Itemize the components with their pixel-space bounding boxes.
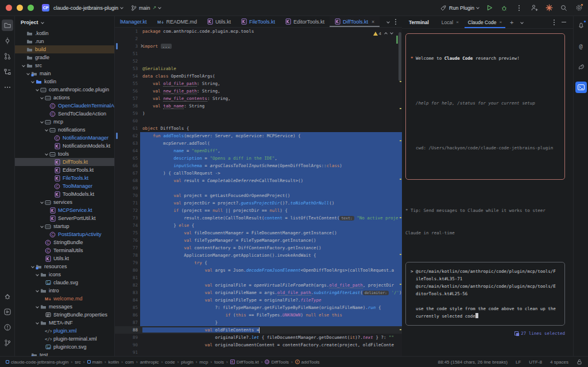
commit-icon[interactable] [2, 35, 13, 47]
tree-item-intro[interactable]: intro [15, 287, 114, 295]
pull-requests-icon[interactable] [2, 51, 13, 62]
code-line-75[interactable]: 75 val fileDocumentManager = FileDocumen… [115, 229, 402, 237]
tab-options-icon[interactable] [395, 21, 396, 22]
tree-item-services[interactable]: services [15, 198, 114, 206]
breadcrumb-item[interactable]: mcp [199, 360, 208, 365]
tree-item-toolmanager[interactable]: CToolManager [15, 182, 114, 190]
tree-item-resources[interactable]: resources [15, 262, 114, 271]
terminal-tab-claude-code[interactable]: Claude Code× [463, 16, 506, 28]
tree-item-test[interactable]: test [15, 351, 114, 356]
project-switcher[interactable]: claude-code-jetbrains-plugin [53, 5, 123, 11]
tree-item-stringbundle[interactable]: CStringBundle [15, 238, 114, 246]
code-line-83[interactable]: 83 val originalFileName = args.old_file_… [115, 289, 402, 296]
zoom-window-button[interactable] [28, 5, 34, 11]
expand-chevron-icon[interactable] [45, 152, 48, 156]
code-line-67[interactable]: 67 ) { callToolRequest -> [115, 169, 402, 177]
tree-item-welcome-md[interactable]: Mwelcome.md [15, 295, 114, 303]
code-line-70[interactable]: 70 val project = getLastFocusedOrOpenedP… [115, 192, 402, 199]
notifications-bell-icon[interactable] [575, 20, 587, 31]
expand-chevron-icon[interactable] [36, 305, 39, 308]
close-tab-icon[interactable]: × [456, 20, 459, 25]
code-line-55[interactable]: 55 val old_file_path: String, [115, 80, 402, 87]
code-line-52[interactable]: 52 [115, 57, 402, 65]
run-button[interactable] [485, 3, 494, 13]
expand-chevron-icon[interactable] [31, 80, 34, 83]
tree-item--run[interactable]: .run [15, 37, 114, 45]
services-icon[interactable] [2, 306, 13, 318]
close-tab-icon[interactable]: × [372, 19, 374, 25]
code-line-3[interactable]: 3import ... [115, 43, 402, 50]
code-line-82[interactable]: 82 val originalFile = openVirtualFileFro… [115, 281, 402, 289]
expand-chevron-icon[interactable] [40, 120, 44, 123]
problems-icon[interactable] [2, 322, 13, 333]
tree-item-openclaudeinterminalaction[interactable]: COpenClaudeInTerminalAction [15, 102, 114, 110]
tree-item-filetools-kt[interactable]: FileTools.kt [15, 174, 114, 182]
next-problem-icon[interactable] [390, 31, 393, 34]
gradle-icon[interactable] [575, 61, 587, 72]
tree-item-terminalutils[interactable]: CTerminalUtils [15, 246, 114, 254]
tree-item-sendtoclaudeaction[interactable]: CSendToClaudeAction [15, 110, 114, 118]
editor-tab-filetools-kt[interactable]: FileTools.kt [236, 16, 280, 27]
expand-chevron-icon[interactable] [45, 128, 48, 132]
breadcrumb-item[interactable]: tools [214, 360, 224, 365]
debug-icon[interactable] [2, 291, 13, 302]
code-line-68[interactable]: 68 val result = CompletableDeferred<Call… [115, 177, 402, 184]
expand-chevron-icon[interactable] [36, 88, 39, 91]
tree-item--kotlin[interactable]: .kotlin [15, 29, 114, 37]
tree-item-gradle[interactable]: gradle [15, 53, 114, 61]
code-line-53[interactable]: 53@Serializable [115, 65, 402, 72]
tree-item-toolmodels-kt[interactable]: ToolModels.kt [15, 190, 114, 198]
code-line-88[interactable]: 88 val oldFileContents = [115, 326, 402, 334]
inspections-widget[interactable]: 4 [373, 30, 393, 37]
claude-button[interactable] [544, 3, 554, 13]
tree-item-actions[interactable]: actions [15, 94, 114, 102]
editor-tab-difftools-kt[interactable]: DiffTools.kt× [330, 16, 380, 27]
code-line-90[interactable]: 90 val originalDocumentContent = content… [115, 341, 402, 349]
indent-style[interactable]: 4 spaces [550, 360, 568, 365]
code-line-72[interactable]: 72 if (project == null || projectDir == … [115, 207, 402, 214]
code-line-65[interactable]: 65 description = "Opens a diff in the ID… [115, 154, 402, 162]
code-line-71[interactable]: 71 val projectDir = project?.guessProjec… [115, 199, 402, 207]
tree-item-serverportutil-kt[interactable]: ServerPortUtil.kt [15, 214, 114, 222]
code-line-54[interactable]: 54data class OpenDiffToolArgs( [115, 72, 402, 80]
tree-item-kotlin[interactable]: kotlin [15, 78, 114, 86]
breadcrumb-item[interactable]: ODiffTools [265, 360, 289, 365]
code-line-1[interactable]: 1package com.anthropic.code.plugin.mcp.t… [115, 28, 402, 35]
tree-item-notificationmodels-kt[interactable]: NotificationModels.kt [15, 142, 114, 150]
code-line-84[interactable]: 84 val originalFileType = originalFile?.… [115, 296, 402, 304]
terminal-tab-dropdown[interactable] [517, 16, 527, 28]
code-line-86[interactable]: 86 if (this == FileTypes.UNKNOWN) null e… [115, 311, 402, 319]
file-encoding[interactable]: UTF-8 [529, 360, 542, 365]
code-line-63[interactable]: 63 mcpServer.addTool( [115, 140, 402, 147]
git-branch-icon[interactable] [2, 337, 13, 349]
tree-item-plugin-xml[interactable]: </>plugin.xml [15, 327, 114, 335]
tree-item-tools[interactable]: tools [15, 150, 114, 158]
code-line-56[interactable]: 56 val new_file_path: String, [115, 87, 402, 95]
breadcrumb-item[interactable]: com [125, 360, 134, 365]
expand-chevron-icon[interactable] [36, 321, 39, 324]
tree-item-main[interactable]: main [15, 69, 114, 78]
debug-button[interactable] [500, 3, 509, 13]
hidden-tabs-chevron-icon[interactable] [386, 20, 390, 24]
tree-item-stringbundle-properties[interactable]: StringBundle.properties [15, 311, 114, 319]
tree-item-plugin-terminal-xml[interactable]: </>plugin-terminal.xml [15, 335, 114, 343]
tree-item-utils-kt[interactable]: Utils.kt [15, 254, 114, 262]
code-line-2[interactable]: 2 [115, 35, 402, 43]
tree-item-pluginicon-svg[interactable]: pluginIcon.svg [15, 343, 114, 351]
code-line-60[interactable]: 60 [115, 117, 402, 125]
code-line-62[interactable]: 62 fun addTools(mcpServer: Server, mcpSe… [115, 132, 402, 140]
search-everywhere-button[interactable] [559, 3, 568, 13]
code-line-59[interactable]: 59) [115, 110, 402, 117]
terminal-tab-local[interactable]: Local× [437, 16, 463, 28]
expand-chevron-icon[interactable] [22, 64, 25, 67]
code-line-58[interactable]: 58 val tab_name: String [115, 102, 402, 110]
breadcrumb-item[interactable]: plugin [181, 360, 193, 365]
tree-item-notifications[interactable]: notifications [15, 126, 114, 134]
code-line-51[interactable]: 51 [115, 50, 402, 57]
prev-problem-icon[interactable] [384, 32, 388, 36]
expand-chevron-icon[interactable] [31, 265, 34, 268]
code-line-66[interactable]: 66 inputSchema = argsClassToToolInputSch… [115, 162, 402, 169]
code-line-57[interactable]: 57 val new_file_contents: String, [115, 95, 402, 102]
editor-tab-utils-kt[interactable]: Utils.kt [202, 16, 236, 27]
code-with-me-button[interactable] [529, 3, 539, 13]
